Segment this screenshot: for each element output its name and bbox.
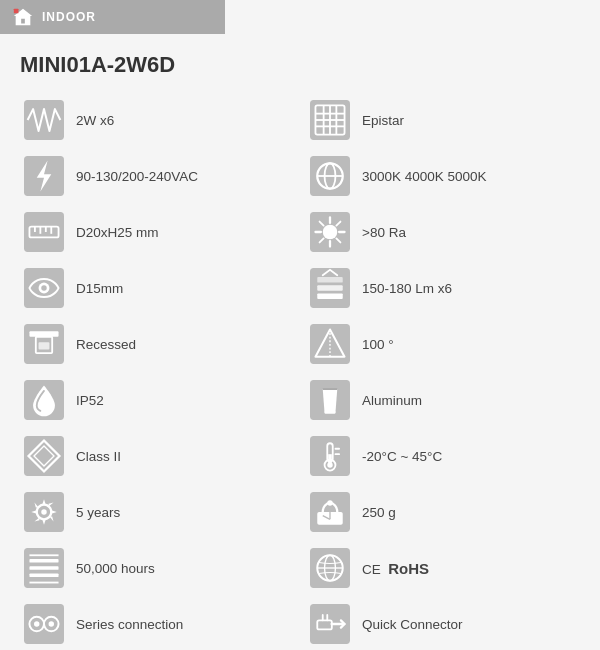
spec-power-label: 2W x6 — [76, 113, 114, 128]
spec-temp-range: -20°C ~ 45°C — [300, 428, 586, 484]
spec-connector-label: Quick Connector — [362, 617, 463, 632]
plug-icon — [308, 602, 352, 646]
spec-mounting-label: Recessed — [76, 337, 136, 352]
house-icon — [12, 6, 34, 28]
svg-rect-1 — [24, 100, 64, 140]
spec-color-temp: 3000K 4000K 5000K — [300, 148, 586, 204]
spec-led-source-label: Epistar — [362, 113, 404, 128]
eye-icon — [22, 266, 66, 310]
cup-icon — [308, 378, 352, 422]
header-bar: INDOOR — [0, 0, 225, 34]
spec-ip: IP52 — [14, 372, 300, 428]
spec-lifetime: 50,000 hours — [14, 540, 300, 596]
grid-icon — [308, 98, 352, 142]
globe-icon — [308, 546, 352, 590]
svg-point-57 — [327, 462, 332, 467]
waveform-icon — [22, 98, 66, 142]
sun-icon — [308, 210, 352, 254]
spec-warranty: 5 years — [14, 484, 300, 540]
svg-point-82 — [49, 621, 54, 626]
product-title: MINI01A-2W6D — [0, 44, 600, 92]
spec-voltage: 90-130/200-240VAC — [14, 148, 300, 204]
thermometer-icon — [308, 434, 352, 478]
svg-rect-71 — [29, 573, 58, 577]
svg-rect-38 — [317, 293, 342, 298]
spec-connection-label: Series connection — [76, 617, 183, 632]
spec-temp-range-label: -20°C ~ 45°C — [362, 449, 442, 464]
spec-certifications: CE RoHS — [300, 540, 586, 596]
spec-cri: >80 Ra — [300, 204, 586, 260]
svg-point-65 — [327, 500, 332, 505]
spec-mounting: Recessed — [14, 316, 300, 372]
spec-cri-label: >80 Ra — [362, 225, 406, 240]
spec-lumens: 150-180 Lm x6 — [300, 260, 586, 316]
diamond-icon — [22, 434, 66, 478]
bars-icon — [22, 546, 66, 590]
spec-lifetime-label: 50,000 hours — [76, 561, 155, 576]
spec-dimensions-label: D20xH25 mm — [76, 225, 159, 240]
recessed-icon — [22, 322, 66, 366]
svg-point-34 — [41, 285, 46, 290]
spec-class-label: Class II — [76, 449, 121, 464]
spec-weight-label: 250 g — [362, 505, 396, 520]
spec-beam-angle: 100 ° — [300, 316, 586, 372]
spec-connection: Series connection — [14, 596, 300, 650]
spec-material-label: Aluminum — [362, 393, 422, 408]
spec-weight: 250 g — [300, 484, 586, 540]
svg-point-62 — [41, 509, 46, 514]
spec-lumens-label: 150-180 Lm x6 — [362, 281, 452, 296]
spec-color-temp-label: 3000K 4000K 5000K — [362, 169, 487, 184]
ruler-icon — [22, 210, 66, 254]
rays-icon — [308, 266, 352, 310]
triangle-icon — [308, 322, 352, 366]
bolt-icon — [22, 154, 66, 198]
svg-rect-0 — [14, 9, 19, 14]
spec-class: Class II — [14, 428, 300, 484]
circle-lines-icon — [308, 154, 352, 198]
circles-icon — [22, 602, 66, 646]
svg-rect-48 — [325, 411, 336, 414]
svg-rect-69 — [29, 559, 58, 563]
spec-led-source: Epistar — [300, 92, 586, 148]
spec-ip-label: IP52 — [76, 393, 104, 408]
spec-connector: Quick Connector — [300, 596, 586, 650]
spec-certifications-label: CE RoHS — [362, 560, 429, 577]
spec-warranty-label: 5 years — [76, 505, 120, 520]
drop-icon — [22, 378, 66, 422]
svg-rect-70 — [29, 566, 58, 570]
spec-power: 2W x6 — [14, 92, 300, 148]
svg-rect-42 — [39, 342, 50, 349]
svg-point-23 — [323, 225, 338, 240]
spec-hole-size-label: D15mm — [76, 281, 123, 296]
header-label: INDOOR — [42, 10, 96, 24]
svg-rect-37 — [317, 285, 342, 290]
svg-point-81 — [34, 621, 39, 626]
gear-icon — [22, 490, 66, 534]
spec-beam-angle-label: 100 ° — [362, 337, 394, 352]
spec-material: Aluminum — [300, 372, 586, 428]
specs-grid: 2W x6 Epistar 90-130/200-240VAC — [0, 92, 600, 650]
svg-rect-36 — [317, 277, 342, 282]
spec-voltage-label: 90-130/200-240VAC — [76, 169, 198, 184]
spec-hole-size: D15mm — [14, 260, 300, 316]
spec-dimensions: D20xH25 mm — [14, 204, 300, 260]
weight-icon — [308, 490, 352, 534]
